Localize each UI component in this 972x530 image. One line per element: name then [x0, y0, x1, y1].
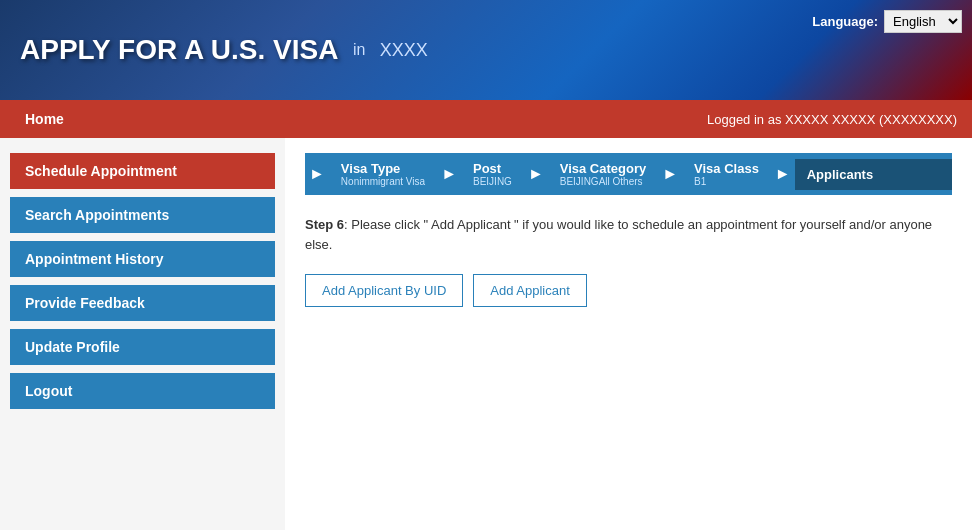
- sidebar-item-appointment-history[interactable]: Appointment History: [10, 241, 275, 277]
- language-bar: Language: English Chinese French Spanish: [812, 10, 962, 33]
- sidebar: Schedule Appointment Search Appointments…: [0, 138, 285, 530]
- header: Language: English Chinese French Spanish…: [0, 0, 972, 100]
- step-applicants-label: Applicants: [807, 167, 873, 182]
- header-country: XXXX: [380, 40, 428, 61]
- step-visa-category-sub: BEIJINGAll Others: [560, 176, 646, 187]
- step-arrow-2: ►: [528, 165, 544, 183]
- language-label: Language:: [812, 14, 878, 29]
- sidebar-item-provide-feedback[interactable]: Provide Feedback: [10, 285, 275, 321]
- content-area: ► Visa Type Nonimmigrant Visa ► Post BEI…: [285, 138, 972, 530]
- steps-bar: ► Visa Type Nonimmigrant Visa ► Post BEI…: [305, 153, 952, 195]
- language-select[interactable]: English Chinese French Spanish: [884, 10, 962, 33]
- step-visa-category: Visa Category BEIJINGAll Others: [548, 153, 658, 195]
- step-arrow-start: ►: [309, 165, 325, 183]
- step-post-sub: BEIJING: [473, 176, 512, 187]
- main-layout: Schedule Appointment Search Appointments…: [0, 138, 972, 530]
- step-visa-class-sub: B1: [694, 176, 759, 187]
- logged-in-text: Logged in as XXXXX XXXXX (XXXXXXXX): [707, 112, 957, 127]
- add-applicant-by-uid-button[interactable]: Add Applicant By UID: [305, 274, 463, 307]
- step-instruction: Step 6: Please click " Add Applicant " i…: [305, 215, 952, 254]
- step-arrow-1: ►: [441, 165, 457, 183]
- step-visa-type: Visa Type Nonimmigrant Visa: [329, 153, 437, 195]
- header-title: APPLY FOR A U.S. VISA: [20, 34, 338, 66]
- add-applicant-button[interactable]: Add Applicant: [473, 274, 587, 307]
- step-post-label: Post: [473, 161, 512, 176]
- step-instruction-text: : Please click " Add Applicant " if you …: [305, 217, 932, 252]
- nav-bar: Home Logged in as XXXXX XXXXX (XXXXXXXX): [0, 100, 972, 138]
- step-number: Step 6: [305, 217, 344, 232]
- home-link[interactable]: Home: [15, 111, 74, 127]
- step-visa-type-label: Visa Type: [341, 161, 425, 176]
- action-buttons: Add Applicant By UID Add Applicant: [305, 274, 952, 307]
- step-visa-type-sub: Nonimmigrant Visa: [341, 176, 425, 187]
- step-visa-class-label: Visa Class: [694, 161, 759, 176]
- sidebar-item-search-appointments[interactable]: Search Appointments: [10, 197, 275, 233]
- sidebar-item-update-profile[interactable]: Update Profile: [10, 329, 275, 365]
- step-visa-category-label: Visa Category: [560, 161, 646, 176]
- step-applicants: Applicants: [795, 159, 952, 190]
- sidebar-item-logout[interactable]: Logout: [10, 373, 275, 409]
- step-arrow-4: ►: [775, 165, 791, 183]
- step-visa-class: Visa Class B1: [682, 153, 771, 195]
- sidebar-item-schedule-appointment[interactable]: Schedule Appointment: [10, 153, 275, 189]
- step-arrow-3: ►: [662, 165, 678, 183]
- header-in: in: [348, 41, 369, 59]
- step-post: Post BEIJING: [461, 153, 524, 195]
